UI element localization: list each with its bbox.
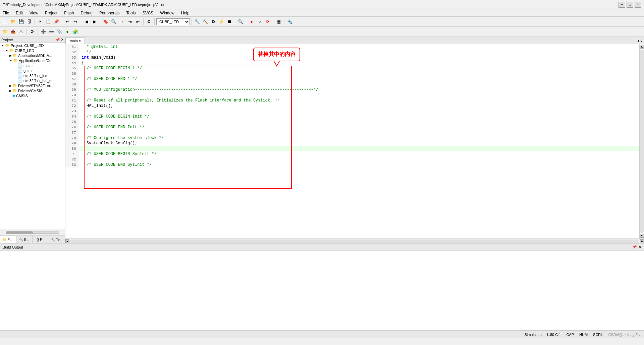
save-button[interactable]: 💾: [17, 18, 25, 25]
code-content[interactable]: /* Reset of all peripherals, Initializes…: [79, 98, 639, 103]
code-content[interactable]: /* USER CODE END Init */: [79, 125, 639, 130]
window-controls[interactable]: ─ □ ✕: [619, 2, 641, 8]
nav-forward-button[interactable]: ▶: [91, 18, 98, 25]
open-button[interactable]: 📂: [9, 18, 17, 25]
minimize-button[interactable]: ─: [619, 2, 625, 8]
undo-button[interactable]: ↩: [64, 18, 71, 25]
component-button[interactable]: 🧩: [72, 28, 79, 36]
sidebar-tab-project[interactable]: 📁 Pr...: [0, 236, 16, 243]
code-content[interactable]: /* USER CODE BEGIN SysInit */: [79, 151, 639, 157]
tree-item-gpio[interactable]: ▶ 📄 gpio.c: [0, 68, 65, 73]
editor-tab-main[interactable]: main.c: [65, 38, 85, 44]
include-button[interactable]: 📎: [56, 28, 63, 36]
code-content[interactable]: /* USER CODE BEGIN Init */: [79, 114, 639, 119]
code-content[interactable]: /* USER CODE BEGIN 1 */: [79, 66, 639, 71]
menu-help[interactable]: Help: [180, 10, 191, 16]
output-window-button[interactable]: 📤: [9, 28, 17, 36]
code-content[interactable]: [79, 146, 639, 151]
code-content[interactable]: {: [79, 60, 639, 66]
settings-button[interactable]: 🔩: [286, 18, 293, 25]
remove-item-button[interactable]: ➖: [48, 28, 55, 36]
code-content[interactable]: /* MCU Configuration--------------------…: [79, 87, 639, 92]
flash-button[interactable]: ⚡: [218, 18, 225, 25]
menu-window[interactable]: Window: [159, 10, 176, 16]
menu-flash[interactable]: Flash: [63, 10, 75, 16]
replace-button[interactable]: ↔: [118, 18, 125, 25]
code-content[interactable]: [79, 109, 639, 114]
target-select[interactable]: CUBE_LED: [156, 18, 190, 25]
sidebar-close-icon[interactable]: ✕: [61, 38, 64, 42]
redo-button[interactable]: ↪: [72, 18, 79, 25]
tree-item-project[interactable]: ▼ 📁 Project: CUBE_LED: [0, 43, 65, 48]
indent-button[interactable]: ⇥: [126, 18, 133, 25]
menu-debug[interactable]: Debug: [79, 10, 94, 16]
outdent-button[interactable]: ⇤: [134, 18, 142, 25]
tree-item-mdk[interactable]: ▶ 📁 Application/MDK-A...: [0, 53, 65, 58]
window-layout-button[interactable]: ▦: [275, 18, 282, 25]
code-content[interactable]: /* USER CODE END SysInit */: [79, 162, 639, 167]
code-content[interactable]: SystemClock_Config();: [79, 141, 639, 146]
stop-run-button[interactable]: ○: [256, 18, 263, 25]
menu-tools[interactable]: Tools: [125, 10, 137, 16]
sidebar-tab-functions[interactable]: {} F...: [33, 236, 49, 243]
tree-item-drivers[interactable]: ▶ 📁 Drivers/STM32F1xx...: [0, 83, 65, 88]
run-button[interactable]: ●: [248, 18, 255, 25]
code-content[interactable]: /* USER CODE END 1 */: [79, 76, 639, 82]
code-content[interactable]: /* Configure the system clock */: [79, 135, 639, 141]
code-content[interactable]: [79, 71, 639, 76]
menu-view[interactable]: View: [28, 10, 40, 16]
manage-project-button[interactable]: ⚙: [29, 28, 36, 36]
search-button[interactable]: 🔍: [237, 18, 244, 25]
code-content[interactable]: [79, 82, 639, 87]
green-button[interactable]: ●: [64, 28, 71, 36]
tree-item-cube-led[interactable]: ▼ 📁 CUBE_LED: [0, 48, 65, 53]
code-content[interactable]: HAL_Init();: [79, 103, 639, 109]
sidebar-tab-build[interactable]: 🔨 B...: [16, 236, 33, 243]
tab-close-icon[interactable]: ✕: [640, 39, 643, 44]
tree-item-cmsis-folder[interactable]: ▶ 📁 Drivers/CMSIS: [0, 88, 65, 93]
horizontal-scrollbar[interactable]: ◀ ▶: [65, 238, 644, 243]
project-window-button[interactable]: 📁: [1, 28, 9, 36]
menu-file[interactable]: File: [1, 10, 10, 16]
tab-expand-icon[interactable]: ⬇: [637, 39, 640, 44]
bookmark-button[interactable]: 🔖: [102, 18, 109, 25]
sidebar-tab-templates[interactable]: 🔧 Te...: [49, 236, 65, 243]
code-content[interactable]: [79, 119, 639, 125]
save-all-button[interactable]: 🗄: [25, 18, 33, 25]
error-window-button[interactable]: ⚠: [17, 28, 25, 36]
code-content[interactable]: [79, 157, 639, 162]
code-content[interactable]: [79, 92, 639, 98]
tree-item-main[interactable]: ▶ 📄 main.c: [0, 63, 65, 68]
stop-button[interactable]: ⏹: [226, 18, 233, 25]
menu-edit[interactable]: Edit: [14, 10, 24, 16]
rebuild-button[interactable]: ♻: [210, 18, 217, 25]
debug-config-button[interactable]: 🔧: [194, 18, 201, 25]
code-content[interactable]: int main(void): [79, 55, 639, 60]
tree-item-cmsis[interactable]: ▶ ◆ CMSIS: [0, 93, 65, 98]
sidebar-pin-icon[interactable]: 📌: [55, 38, 60, 42]
menu-svcs[interactable]: SVCS: [141, 10, 155, 16]
close-button[interactable]: ✕: [635, 2, 641, 8]
vertical-scrollbar[interactable]: ▲ ▼: [639, 44, 644, 238]
build-button[interactable]: 🔨: [202, 18, 209, 25]
paste-button[interactable]: 📌: [53, 18, 60, 25]
copy-button[interactable]: 📋: [45, 18, 52, 25]
menu-peripherals[interactable]: Peripherals: [98, 10, 121, 16]
build-output-close-icon[interactable]: ✕: [638, 245, 641, 249]
code-content[interactable]: * @retval int: [79, 44, 639, 50]
tree-item-stm32-hal[interactable]: ▶ 📄 stm32f1xx_hal_m...: [0, 78, 65, 83]
add-item-button[interactable]: ➕: [40, 28, 47, 36]
tool-button[interactable]: ⚙: [145, 18, 153, 25]
maximize-button[interactable]: □: [627, 2, 633, 8]
find-button[interactable]: 🔍: [110, 18, 117, 25]
code-content[interactable]: [79, 130, 639, 135]
tree-item-stm32-it[interactable]: ▶ 📄 stm32f1xx_it.c: [0, 73, 65, 78]
cut-button[interactable]: ✂: [37, 18, 44, 25]
code-content[interactable]: */: [79, 50, 639, 55]
new-file-button[interactable]: 📄: [1, 18, 9, 25]
editor-container[interactable]: 替换其中的内容 61 * @retval int: [65, 44, 639, 238]
tree-item-user[interactable]: ▼ 📁 Application/User/Co...: [0, 58, 65, 63]
nav-back-button[interactable]: ◀: [83, 18, 90, 25]
menu-project[interactable]: Project: [44, 10, 59, 16]
reset-button[interactable]: ⟳: [264, 18, 271, 25]
